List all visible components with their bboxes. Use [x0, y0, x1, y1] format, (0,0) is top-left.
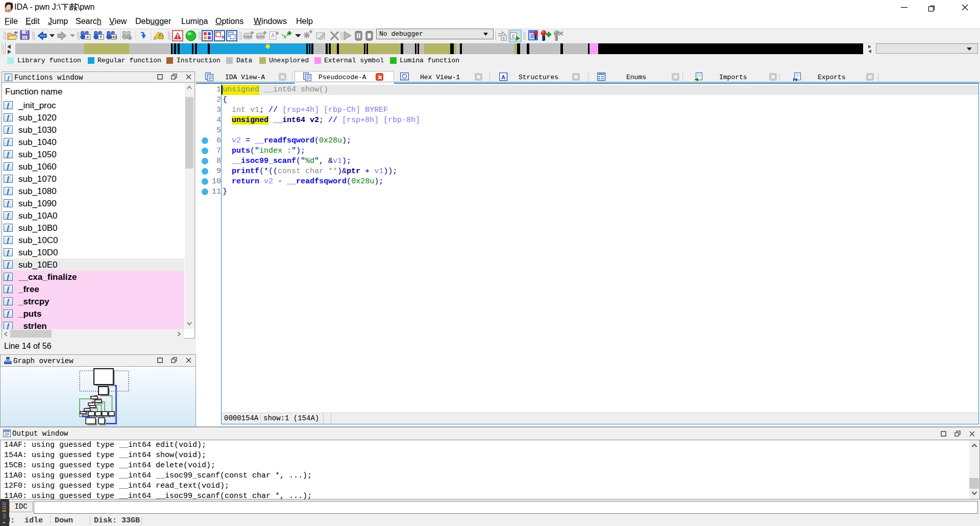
- svg-text:c: c: [502, 36, 505, 41]
- svg-text:#: #: [86, 35, 89, 39]
- svg-text:‘s’: ‘s’: [281, 32, 288, 40]
- svg-text:DATA: DATA: [257, 35, 265, 38]
- svg-text:c: c: [512, 34, 515, 39]
- svg-text:A: A: [271, 33, 275, 38]
- svg-text:A: A: [501, 74, 505, 80]
- svg-text:T: T: [100, 35, 102, 39]
- svg-text:R: R: [222, 35, 225, 40]
- svg-text:101: 101: [110, 35, 117, 39]
- svg-text:CODE: CODE: [243, 35, 252, 38]
- svg-text:64: 64: [5, 8, 10, 13]
